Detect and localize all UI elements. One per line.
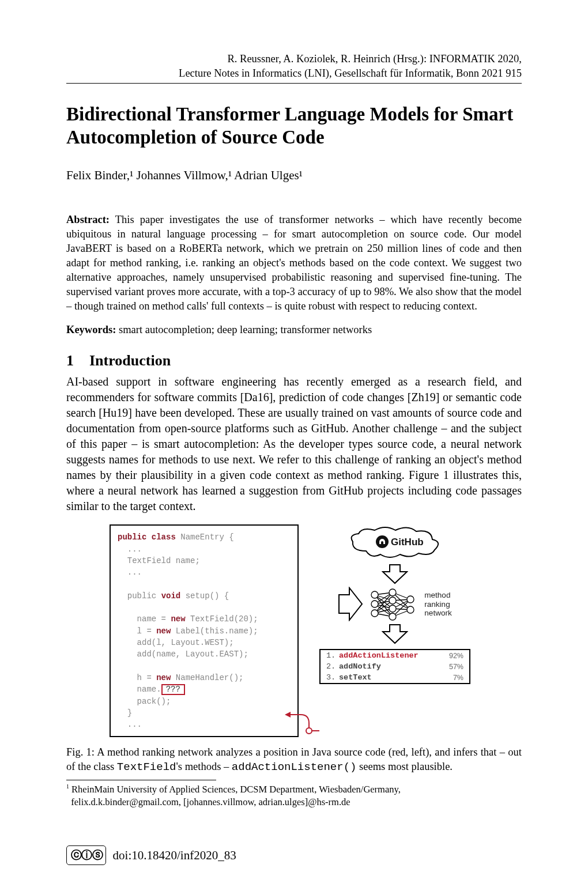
- code-l12: }: [118, 708, 132, 718]
- abstract-block: Abstract: This paper investigates the us…: [66, 213, 522, 314]
- kw-new-1: new: [171, 614, 185, 624]
- code-l9c: NameHandler();: [171, 673, 243, 682]
- github-cloud-icon: GitHub: [346, 524, 444, 561]
- caption-code-1: TextField: [117, 761, 176, 773]
- page-footer: ⓒ ⓘ ⓢ doi:10.18420/inf2020_83: [66, 845, 522, 865]
- code-l6c: Label(this.name);: [171, 626, 258, 636]
- keywords-label: Keywords:: [66, 324, 116, 335]
- caption-code-2: addActionListener(): [232, 761, 357, 773]
- header-line-1: R. Reussner, A. Koziolek, R. Heinrich (H…: [227, 53, 522, 65]
- svg-point-30: [306, 728, 312, 734]
- keywords-block: Keywords: smart autocompletion; deep lea…: [66, 324, 522, 336]
- code-l1b: NameEntry {: [176, 533, 234, 542]
- code-l4c: setup() {: [180, 591, 229, 601]
- kw-new-2: new: [156, 626, 171, 636]
- kw-new-3: new: [156, 673, 171, 682]
- figure-caption: Fig. 1: A method ranking network analyze…: [66, 745, 522, 775]
- doi-text: doi:10.18420/inf2020_83: [113, 848, 236, 863]
- footnote-block: 1 RheinMain University of Applied Scienc…: [66, 783, 522, 809]
- svg-point-0: [376, 535, 389, 548]
- svg-point-21: [371, 591, 378, 598]
- abstract-label: Abstract:: [66, 214, 110, 225]
- svg-point-29: [407, 606, 414, 613]
- cc-license-icon: ⓒ ⓘ ⓢ: [66, 845, 106, 865]
- rank-row-1: 1. addActionListener 92%: [321, 650, 469, 661]
- down-arrow-icon: [382, 564, 408, 584]
- code-l5a: name =: [118, 614, 171, 624]
- section-number: 1: [66, 352, 89, 369]
- code-l9a: h =: [118, 673, 156, 682]
- svg-point-23: [371, 610, 378, 617]
- caption-mid: 's methods –: [176, 761, 231, 772]
- svg-point-24: [389, 589, 396, 596]
- svg-point-25: [389, 597, 396, 604]
- right-arrow-icon: [338, 587, 363, 621]
- rank-num: 3.: [326, 673, 339, 682]
- code-l10a: name.: [118, 685, 161, 694]
- rank-name: setText: [339, 673, 440, 682]
- code-l13: ...: [118, 720, 142, 729]
- code-l7: add(l, Layout.WEST);: [118, 638, 234, 647]
- footnote-marker: 1: [66, 783, 69, 790]
- masked-token: ???: [161, 684, 185, 695]
- figure-right-col: GitHub: [319, 524, 470, 737]
- rank-pct: 7%: [440, 674, 463, 682]
- rank-num: 1.: [326, 651, 339, 660]
- code-l11: pack();: [118, 697, 171, 706]
- code-l3: TextField name;: [118, 556, 200, 565]
- code-l6a: l =: [118, 626, 156, 636]
- footnote-rule: [66, 780, 216, 780]
- running-header: R. Reussner, A. Koziolek, R. Heinrich (H…: [66, 52, 522, 81]
- intro-paragraph: AI-based support in software engineering…: [66, 374, 522, 514]
- section-heading-1: 1Introduction: [66, 352, 522, 369]
- footnote-line-2: felix.d.k.binder@gmail.com, [johannes.vi…: [71, 796, 350, 807]
- rank-row-2: 2. addNotify 57%: [321, 661, 469, 672]
- neural-network-icon: [367, 587, 419, 621]
- code-l5c: TextField(20);: [186, 614, 258, 624]
- down-arrow-icon-2: [382, 624, 408, 644]
- keywords-text: smart autocompletion; deep learning; tra…: [119, 324, 372, 335]
- figure-1: public class NameEntry { ... TextField n…: [110, 524, 478, 737]
- ranking-box: 1. addActionListener 92% 2. addNotify 57…: [319, 649, 470, 684]
- rank-num: 2.: [326, 662, 339, 671]
- kw-void: void: [161, 591, 181, 601]
- rank-pct: 57%: [440, 663, 463, 671]
- header-rule: [66, 83, 522, 84]
- code-l8: add(name, Layout.EAST);: [118, 650, 248, 659]
- footnote-line-1: RheinMain University of Applied Sciences…: [71, 784, 401, 795]
- paper-title: Bidirectional Transformer Language Model…: [66, 103, 522, 149]
- github-label: GitHub: [391, 537, 424, 548]
- svg-point-22: [371, 601, 378, 607]
- rank-name-top: addActionListener: [339, 651, 440, 660]
- code-l35: ...: [118, 568, 142, 577]
- svg-point-28: [407, 596, 414, 603]
- code-box: public class NameEntry { ... TextField n…: [110, 524, 299, 737]
- code-l4a: public: [118, 591, 161, 601]
- kw-public-class: public class: [118, 533, 176, 542]
- svg-point-26: [389, 605, 396, 612]
- rank-pct: 92%: [440, 652, 463, 660]
- rank-row-3: 3. setText 7%: [321, 672, 469, 683]
- abstract-text: This paper investigates the use of trans…: [66, 214, 522, 312]
- code-l2: ...: [118, 545, 142, 554]
- caption-text-b: seems most plausible.: [356, 761, 452, 772]
- header-line-2: Lecture Notes in Informatics (LNI), Gese…: [179, 67, 522, 79]
- rank-name: addNotify: [339, 662, 440, 671]
- network-label: method ranking network: [424, 591, 451, 618]
- svg-point-27: [389, 613, 396, 620]
- section-title: Introduction: [89, 352, 171, 369]
- author-line: Felix Binder,¹ Johannes Villmow,¹ Adrian…: [66, 168, 522, 183]
